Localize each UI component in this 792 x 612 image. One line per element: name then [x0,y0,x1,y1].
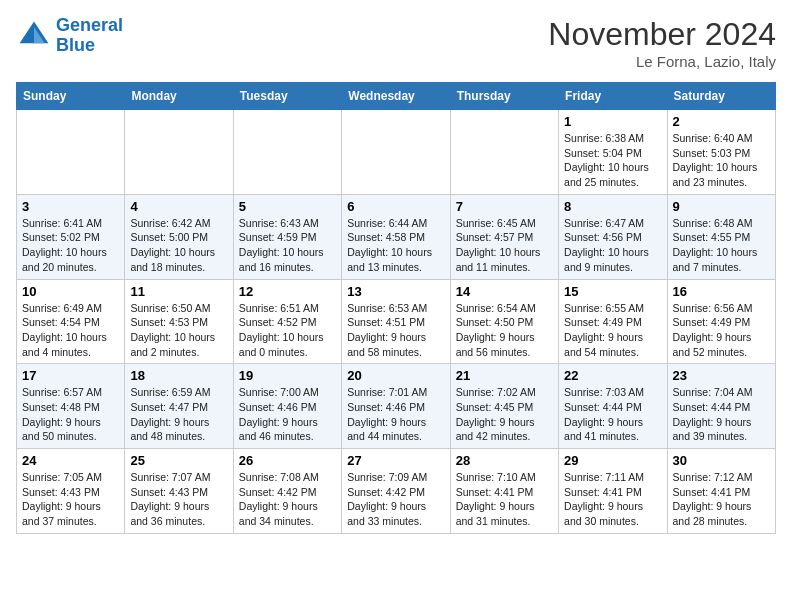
day-number: 28 [456,453,553,468]
week-row-1: 1Sunrise: 6:38 AM Sunset: 5:04 PM Daylig… [17,110,776,195]
month-title: November 2024 [548,16,776,53]
day-info: Sunrise: 6:49 AM Sunset: 4:54 PM Dayligh… [22,301,119,360]
day-info: Sunrise: 7:00 AM Sunset: 4:46 PM Dayligh… [239,385,336,444]
day-cell: 26Sunrise: 7:08 AM Sunset: 4:42 PM Dayli… [233,449,341,534]
day-cell: 16Sunrise: 6:56 AM Sunset: 4:49 PM Dayli… [667,279,775,364]
day-number: 18 [130,368,227,383]
day-cell: 28Sunrise: 7:10 AM Sunset: 4:41 PM Dayli… [450,449,558,534]
day-number: 24 [22,453,119,468]
day-number: 11 [130,284,227,299]
day-number: 29 [564,453,661,468]
day-number: 19 [239,368,336,383]
day-info: Sunrise: 6:44 AM Sunset: 4:58 PM Dayligh… [347,216,444,275]
day-cell: 12Sunrise: 6:51 AM Sunset: 4:52 PM Dayli… [233,279,341,364]
day-cell: 8Sunrise: 6:47 AM Sunset: 4:56 PM Daylig… [559,194,667,279]
day-number: 7 [456,199,553,214]
day-number: 10 [22,284,119,299]
day-info: Sunrise: 7:04 AM Sunset: 4:44 PM Dayligh… [673,385,770,444]
day-info: Sunrise: 7:12 AM Sunset: 4:41 PM Dayligh… [673,470,770,529]
day-info: Sunrise: 6:40 AM Sunset: 5:03 PM Dayligh… [673,131,770,190]
day-cell: 20Sunrise: 7:01 AM Sunset: 4:46 PM Dayli… [342,364,450,449]
day-info: Sunrise: 7:08 AM Sunset: 4:42 PM Dayligh… [239,470,336,529]
day-info: Sunrise: 6:57 AM Sunset: 4:48 PM Dayligh… [22,385,119,444]
day-info: Sunrise: 6:55 AM Sunset: 4:49 PM Dayligh… [564,301,661,360]
day-number: 5 [239,199,336,214]
day-info: Sunrise: 6:56 AM Sunset: 4:49 PM Dayligh… [673,301,770,360]
header-wednesday: Wednesday [342,83,450,110]
day-cell: 19Sunrise: 7:00 AM Sunset: 4:46 PM Dayli… [233,364,341,449]
week-row-4: 17Sunrise: 6:57 AM Sunset: 4:48 PM Dayli… [17,364,776,449]
day-info: Sunrise: 7:11 AM Sunset: 4:41 PM Dayligh… [564,470,661,529]
day-cell: 14Sunrise: 6:54 AM Sunset: 4:50 PM Dayli… [450,279,558,364]
day-number: 14 [456,284,553,299]
day-number: 25 [130,453,227,468]
day-number: 6 [347,199,444,214]
day-cell [17,110,125,195]
day-info: Sunrise: 7:05 AM Sunset: 4:43 PM Dayligh… [22,470,119,529]
day-cell: 25Sunrise: 7:07 AM Sunset: 4:43 PM Dayli… [125,449,233,534]
day-cell: 30Sunrise: 7:12 AM Sunset: 4:41 PM Dayli… [667,449,775,534]
day-info: Sunrise: 7:07 AM Sunset: 4:43 PM Dayligh… [130,470,227,529]
day-number: 13 [347,284,444,299]
day-cell: 10Sunrise: 6:49 AM Sunset: 4:54 PM Dayli… [17,279,125,364]
day-number: 8 [564,199,661,214]
day-cell: 27Sunrise: 7:09 AM Sunset: 4:42 PM Dayli… [342,449,450,534]
day-cell: 5Sunrise: 6:43 AM Sunset: 4:59 PM Daylig… [233,194,341,279]
day-cell: 24Sunrise: 7:05 AM Sunset: 4:43 PM Dayli… [17,449,125,534]
page-header: General Blue November 2024 Le Forna, Laz… [16,16,776,70]
location: Le Forna, Lazio, Italy [548,53,776,70]
day-info: Sunrise: 6:47 AM Sunset: 4:56 PM Dayligh… [564,216,661,275]
day-cell: 11Sunrise: 6:50 AM Sunset: 4:53 PM Dayli… [125,279,233,364]
day-number: 20 [347,368,444,383]
calendar-table: SundayMondayTuesdayWednesdayThursdayFrid… [16,82,776,534]
day-number: 22 [564,368,661,383]
day-cell: 3Sunrise: 6:41 AM Sunset: 5:02 PM Daylig… [17,194,125,279]
week-row-2: 3Sunrise: 6:41 AM Sunset: 5:02 PM Daylig… [17,194,776,279]
day-cell: 17Sunrise: 6:57 AM Sunset: 4:48 PM Dayli… [17,364,125,449]
day-info: Sunrise: 6:38 AM Sunset: 5:04 PM Dayligh… [564,131,661,190]
header-tuesday: Tuesday [233,83,341,110]
day-cell: 1Sunrise: 6:38 AM Sunset: 5:04 PM Daylig… [559,110,667,195]
day-info: Sunrise: 6:53 AM Sunset: 4:51 PM Dayligh… [347,301,444,360]
logo-text: General Blue [56,16,123,56]
day-number: 17 [22,368,119,383]
day-cell [233,110,341,195]
day-info: Sunrise: 7:03 AM Sunset: 4:44 PM Dayligh… [564,385,661,444]
day-cell: 15Sunrise: 6:55 AM Sunset: 4:49 PM Dayli… [559,279,667,364]
day-number: 2 [673,114,770,129]
day-cell: 18Sunrise: 6:59 AM Sunset: 4:47 PM Dayli… [125,364,233,449]
logo-icon [16,18,52,54]
title-block: November 2024 Le Forna, Lazio, Italy [548,16,776,70]
day-number: 4 [130,199,227,214]
header-saturday: Saturday [667,83,775,110]
day-number: 15 [564,284,661,299]
day-info: Sunrise: 6:59 AM Sunset: 4:47 PM Dayligh… [130,385,227,444]
day-cell: 13Sunrise: 6:53 AM Sunset: 4:51 PM Dayli… [342,279,450,364]
day-number: 23 [673,368,770,383]
week-row-5: 24Sunrise: 7:05 AM Sunset: 4:43 PM Dayli… [17,449,776,534]
day-number: 3 [22,199,119,214]
header-sunday: Sunday [17,83,125,110]
day-info: Sunrise: 6:51 AM Sunset: 4:52 PM Dayligh… [239,301,336,360]
day-cell: 21Sunrise: 7:02 AM Sunset: 4:45 PM Dayli… [450,364,558,449]
day-info: Sunrise: 6:50 AM Sunset: 4:53 PM Dayligh… [130,301,227,360]
day-number: 27 [347,453,444,468]
header-thursday: Thursday [450,83,558,110]
day-info: Sunrise: 6:41 AM Sunset: 5:02 PM Dayligh… [22,216,119,275]
day-info: Sunrise: 7:10 AM Sunset: 4:41 PM Dayligh… [456,470,553,529]
day-cell [342,110,450,195]
day-number: 9 [673,199,770,214]
day-cell [125,110,233,195]
week-row-3: 10Sunrise: 6:49 AM Sunset: 4:54 PM Dayli… [17,279,776,364]
day-info: Sunrise: 6:54 AM Sunset: 4:50 PM Dayligh… [456,301,553,360]
day-cell: 23Sunrise: 7:04 AM Sunset: 4:44 PM Dayli… [667,364,775,449]
day-info: Sunrise: 7:01 AM Sunset: 4:46 PM Dayligh… [347,385,444,444]
day-cell [450,110,558,195]
day-info: Sunrise: 6:43 AM Sunset: 4:59 PM Dayligh… [239,216,336,275]
day-cell: 4Sunrise: 6:42 AM Sunset: 5:00 PM Daylig… [125,194,233,279]
day-cell: 29Sunrise: 7:11 AM Sunset: 4:41 PM Dayli… [559,449,667,534]
logo: General Blue [16,16,123,56]
calendar-header-row: SundayMondayTuesdayWednesdayThursdayFrid… [17,83,776,110]
day-info: Sunrise: 6:42 AM Sunset: 5:00 PM Dayligh… [130,216,227,275]
day-info: Sunrise: 6:45 AM Sunset: 4:57 PM Dayligh… [456,216,553,275]
